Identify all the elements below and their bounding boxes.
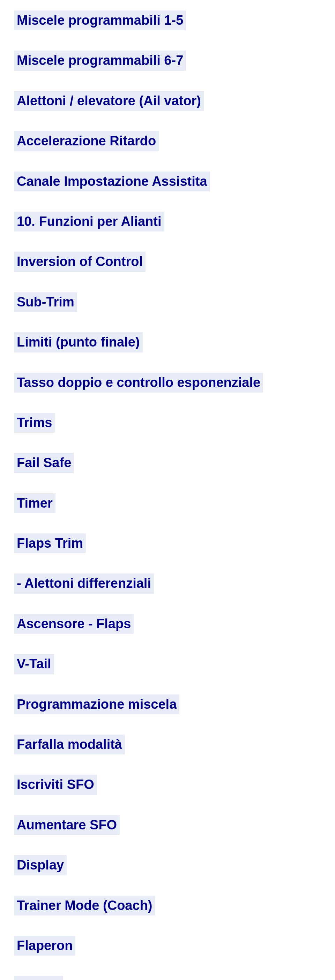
list-item: Aumentare SFO xyxy=(14,815,120,835)
list-item: Trainer Mode (Coach) xyxy=(14,896,155,915)
list-item: Programmazione miscela xyxy=(14,694,179,714)
list-item: Tasso doppio e controllo esponenziale xyxy=(14,373,263,393)
list-item: Flaperon xyxy=(14,936,75,956)
list-item: Miscele programmabili 1-5 xyxy=(14,10,186,30)
list-item: Fail Safe xyxy=(14,453,74,473)
list-item: Flaps Trim xyxy=(14,533,86,553)
list-item: Timer xyxy=(14,493,56,513)
document-list: Miscele programmabili 1-5 Miscele progra… xyxy=(14,10,321,980)
list-item: Miscele programmabili 6-7 xyxy=(14,51,186,70)
list-item: Iscriviti SFO xyxy=(14,775,97,794)
list-item: 10. Funzioni per Alianti xyxy=(14,212,164,231)
list-item: Limiti (punto finale) xyxy=(14,332,143,352)
list-item: V-Tail xyxy=(14,654,54,674)
list-item: - Alettoni differenziali xyxy=(14,573,154,593)
list-item: Ascensore - Flaps xyxy=(14,614,134,634)
list-item: Canale Impostazione Assistita xyxy=(14,172,210,191)
list-item: Accelerazione Ritardo xyxy=(14,131,159,151)
list-item: Elevon xyxy=(14,976,63,980)
list-item: Display xyxy=(14,855,67,875)
list-item: Trims xyxy=(14,413,55,433)
list-item: Inversion of Control xyxy=(14,252,145,272)
list-item: Farfalla modalità xyxy=(14,735,125,754)
list-item: Alettoni / elevatore (Ail vator) xyxy=(14,91,204,111)
list-item: Sub-Trim xyxy=(14,292,77,312)
